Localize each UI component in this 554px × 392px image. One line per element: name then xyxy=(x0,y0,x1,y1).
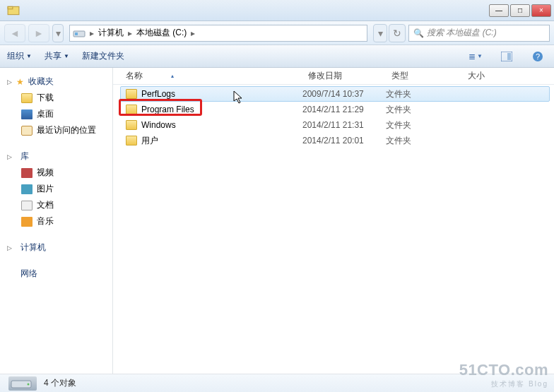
pictures-icon xyxy=(21,184,33,194)
svg-text:?: ? xyxy=(536,52,540,61)
navigation-pane: ▷ ★ 收藏夹 下载 桌面 最近访问的位置 ▷ 库 视频 图片 文档 音乐 ▷ … xyxy=(0,68,113,374)
file-row-perflogs[interactable]: PerfLogs 2009/7/14 10:37 文件夹 xyxy=(120,86,550,102)
new-folder-button[interactable]: 新建文件夹 xyxy=(82,50,124,62)
file-row-program-files[interactable]: Program Files 2014/2/11 21:29 文件夹 xyxy=(113,102,554,117)
preview-pane-button[interactable] xyxy=(497,49,516,64)
preview-icon xyxy=(501,52,512,61)
recent-icon xyxy=(21,126,33,136)
content-area: ▷ ★ 收藏夹 下载 桌面 最近访问的位置 ▷ 库 视频 图片 文档 音乐 ▷ … xyxy=(0,68,554,374)
expand-arrow-icon: ▷ xyxy=(7,78,12,85)
folder-icon xyxy=(21,93,33,103)
search-icon: 🔍 xyxy=(413,28,424,38)
breadcrumb-sep: ▸ xyxy=(126,28,134,38)
video-icon xyxy=(21,168,33,178)
help-icon: ? xyxy=(532,51,543,62)
status-count: 4 个对象 xyxy=(44,377,76,389)
back-button[interactable]: ◄ xyxy=(4,24,25,42)
maximize-button[interactable]: □ xyxy=(510,4,530,17)
address-dropdown[interactable]: ▾ xyxy=(373,24,387,42)
svg-rect-1 xyxy=(8,6,13,8)
file-list[interactable]: PerfLogs 2009/7/14 10:37 文件夹 Program Fil… xyxy=(113,85,554,374)
toolbar: 组织▼ 共享▼ 新建文件夹 ≣▼ ? xyxy=(0,45,554,68)
column-headers: 名称▴ 修改日期 类型 大小 xyxy=(113,68,554,85)
folder-icon xyxy=(126,120,137,130)
view-options-button[interactable]: ≣▼ xyxy=(466,49,485,64)
desktop-icon xyxy=(21,109,33,119)
star-icon: ★ xyxy=(16,77,24,87)
explorer-icon xyxy=(7,4,20,17)
music-icon xyxy=(21,217,33,227)
file-row-windows[interactable]: Windows 2014/2/11 21:31 文件夹 xyxy=(113,117,554,133)
drive-icon xyxy=(8,376,37,391)
close-button[interactable]: × xyxy=(531,4,551,17)
folder-icon xyxy=(126,89,137,99)
help-button[interactable]: ? xyxy=(529,49,547,64)
sidebar-item-downloads[interactable]: 下载 xyxy=(3,90,110,106)
sidebar-item-documents[interactable]: 文档 xyxy=(3,197,110,213)
sidebar-item-desktop[interactable]: 桌面 xyxy=(3,106,110,122)
share-menu[interactable]: 共享▼ xyxy=(45,50,69,62)
column-header-date[interactable]: 修改日期 xyxy=(302,70,386,82)
breadcrumb-sep: ▸ xyxy=(88,28,95,38)
documents-icon xyxy=(21,201,33,210)
refresh-button[interactable]: ↻ xyxy=(389,24,406,42)
expand-arrow-icon: ▷ xyxy=(7,153,12,160)
breadcrumb-sep: ▸ xyxy=(189,28,196,38)
sort-arrow-icon: ▴ xyxy=(171,73,174,79)
column-header-size[interactable]: 大小 xyxy=(462,70,519,82)
sidebar-library[interactable]: ▷ 库 xyxy=(3,148,110,165)
svg-rect-5 xyxy=(507,53,511,60)
sidebar-computer[interactable]: ▷ 计算机 xyxy=(3,239,110,256)
folder-icon xyxy=(126,136,137,145)
svg-rect-3 xyxy=(75,32,78,35)
address-bar[interactable]: ▸ 计算机 ▸ 本地磁盘 (C:) ▸ xyxy=(69,25,367,42)
organize-menu[interactable]: 组织▼ xyxy=(7,50,32,62)
navigation-bar: ◄ ► ▾ ▸ 计算机 ▸ 本地磁盘 (C:) ▸ ▾ ↻ 🔍 搜索 本地磁盘 … xyxy=(0,21,554,45)
expand-arrow-icon: ▷ xyxy=(7,244,12,251)
folder-icon xyxy=(126,105,137,114)
minimize-button[interactable]: — xyxy=(489,4,509,17)
sidebar-network[interactable]: ▷ 网络 xyxy=(3,266,110,282)
breadcrumb-drive-c[interactable]: 本地磁盘 (C:) xyxy=(134,27,189,39)
sidebar-item-music[interactable]: 音乐 xyxy=(3,213,110,230)
breadcrumb-computer[interactable]: 计算机 xyxy=(95,27,126,39)
svg-point-9 xyxy=(28,383,30,385)
status-bar: 4 个对象 xyxy=(0,374,554,392)
sidebar-item-pictures[interactable]: 图片 xyxy=(3,181,110,197)
forward-button[interactable]: ► xyxy=(28,24,49,42)
history-dropdown[interactable]: ▾ xyxy=(52,24,64,42)
file-row-users[interactable]: 用户 2014/2/11 20:01 文件夹 xyxy=(113,133,554,148)
title-bar: — □ × xyxy=(0,0,554,21)
search-placeholder: 搜索 本地磁盘 (C:) xyxy=(427,27,497,39)
drive-icon xyxy=(73,28,86,38)
file-list-area: 名称▴ 修改日期 类型 大小 PerfLogs 2009/7/14 10:37 … xyxy=(113,68,554,374)
column-header-name[interactable]: 名称▴ xyxy=(120,70,302,82)
sidebar-item-video[interactable]: 视频 xyxy=(3,165,110,181)
sidebar-item-recent[interactable]: 最近访问的位置 xyxy=(3,122,110,138)
sidebar-favorites[interactable]: ▷ ★ 收藏夹 xyxy=(3,73,110,90)
column-header-type[interactable]: 类型 xyxy=(386,70,462,82)
search-input[interactable]: 🔍 搜索 本地磁盘 (C:) xyxy=(408,25,550,42)
